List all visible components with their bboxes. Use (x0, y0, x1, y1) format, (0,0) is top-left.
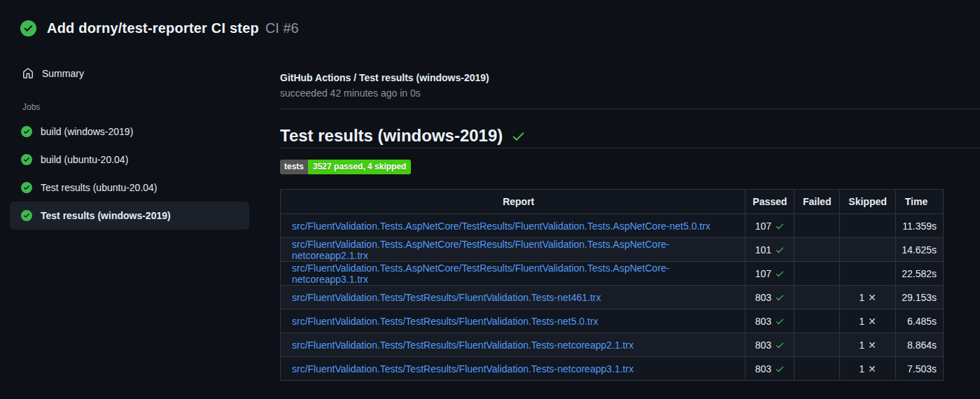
report-file-link[interactable]: src/FluentValidation.Tests.AspNetCore/Te… (292, 262, 670, 285)
tests-badge-label: tests (280, 160, 308, 174)
skipped-count: 1 (859, 363, 864, 374)
tests-badge-value: 3527 passed, 4 skipped (308, 160, 411, 174)
test-results-table: Report Passed Failed Skipped Time src/Fl… (280, 189, 944, 381)
check-circle-icon (21, 182, 32, 193)
report-file-link[interactable]: src/FluentValidation.Tests/TestResults/F… (292, 363, 634, 374)
time-cell: 7.503s (896, 357, 944, 381)
check-run-status-line: succeeded 42 minutes ago in 0s (280, 88, 489, 99)
check-circle-icon (21, 154, 32, 165)
heading-divider (280, 148, 980, 148)
run-number: CI #6 (265, 20, 299, 36)
report-cell: src/FluentValidation.Tests.AspNetCore/Te… (281, 262, 746, 286)
sidebar-job-item-1[interactable]: build (ubuntu-20.04) (10, 146, 249, 174)
pass-check-icon (775, 340, 785, 350)
failed-cell (794, 214, 840, 238)
failed-cell (794, 333, 840, 357)
passed-cell: 107 (746, 262, 794, 286)
time-cell: 22.582s (896, 262, 944, 286)
report-file-link[interactable]: src/FluentValidation.Tests.AspNetCore/Te… (292, 220, 710, 232)
time-cell: 6.485s (896, 309, 944, 333)
skip-x-icon: ✕ (868, 363, 876, 374)
passed-count: 803 (755, 340, 771, 351)
report-cell: src/FluentValidation.Tests/TestResults/F… (281, 309, 746, 333)
table-row: src/FluentValidation.Tests.AspNetCore/Te… (281, 238, 944, 262)
column-header-failed: Failed (794, 190, 840, 214)
passed-count: 803 (755, 292, 771, 303)
check-circle-icon (21, 210, 32, 221)
column-header-skipped: Skipped (840, 190, 896, 214)
passed-count: 803 (755, 316, 771, 327)
sidebar-job-label: build (windows-2019) (41, 126, 133, 137)
passed-cell: 803 (746, 357, 794, 381)
report-file-link[interactable]: src/FluentValidation.Tests/TestResults/F… (292, 292, 601, 303)
time-cell: 14.625s (896, 238, 944, 262)
skipped-cell: 1✕ (840, 357, 896, 381)
report-file-link[interactable]: src/FluentValidation.Tests/TestResults/F… (292, 340, 634, 351)
passed-cell: 803 (746, 333, 794, 357)
table-row: src/FluentValidation.Tests/TestResults/F… (281, 286, 944, 309)
table-row: src/FluentValidation.Tests.AspNetCore/Te… (281, 262, 944, 286)
pass-check-icon (775, 293, 785, 302)
report-heading-text: Test results (windows-2019) (280, 126, 503, 146)
skipped-cell: 1✕ (840, 309, 896, 333)
passed-count: 107 (755, 220, 771, 232)
skipped-cell (840, 262, 896, 286)
sidebar-job-item-2[interactable]: Test results (ubuntu-20.04) (10, 174, 249, 202)
table-header-row: Report Passed Failed Skipped Time (281, 190, 944, 214)
sidebar-job-label: Test results (ubuntu-20.04) (41, 182, 158, 193)
report-file-link[interactable]: src/FluentValidation.Tests.AspNetCore/Te… (292, 239, 670, 261)
run-title: Add dorny/test-reporter CI step (47, 20, 259, 36)
sidebar-jobs-heading: Jobs (22, 102, 249, 112)
skipped-cell (840, 214, 896, 238)
passed-count: 107 (755, 268, 771, 279)
skipped-cell (840, 238, 896, 262)
sidebar-job-item-0[interactable]: build (windows-2019) (10, 118, 249, 146)
header-divider (280, 108, 980, 109)
sidebar-job-item-3[interactable]: Test results (windows-2019) (10, 202, 249, 230)
time-cell: 8.864s (896, 333, 944, 357)
pass-check-icon (775, 364, 785, 374)
passed-cell: 101 (746, 238, 794, 262)
skip-x-icon: ✕ (868, 316, 876, 327)
table-row: src/FluentValidation.Tests.AspNetCore/Te… (281, 214, 944, 238)
passed-count: 101 (755, 244, 771, 255)
check-circle-icon (20, 20, 36, 36)
sidebar-job-label: Test results (windows-2019) (41, 210, 171, 221)
report-heading: Test results (windows-2019) (280, 126, 526, 146)
tests-badge: tests 3527 passed, 4 skipped (280, 160, 411, 174)
skip-x-icon: ✕ (868, 292, 876, 303)
failed-cell (794, 286, 840, 309)
check-circle-icon (21, 126, 32, 137)
report-file-link[interactable]: src/FluentValidation.Tests/TestResults/F… (292, 316, 598, 327)
report-cell: src/FluentValidation.Tests/TestResults/F… (281, 357, 746, 381)
sidebar-item-summary[interactable]: Summary (10, 60, 249, 87)
passed-count: 803 (755, 363, 771, 374)
passed-cell: 107 (746, 214, 794, 238)
check-icon (511, 129, 526, 144)
table-row: src/FluentValidation.Tests/TestResults/F… (281, 357, 944, 381)
time-cell: 29.153s (896, 286, 944, 309)
check-run-header: GitHub Actions / Test results (windows-2… (280, 72, 489, 99)
pass-check-icon (775, 269, 785, 279)
table-row: src/FluentValidation.Tests/TestResults/F… (281, 309, 944, 333)
passed-cell: 803 (746, 286, 794, 309)
skipped-count: 1 (859, 292, 864, 303)
skipped-count: 1 (859, 316, 864, 327)
sidebar: Summary Jobs build (windows-2019)build (… (10, 60, 249, 230)
pass-check-icon (775, 221, 785, 231)
passed-cell: 803 (746, 309, 794, 333)
report-cell: src/FluentValidation.Tests/TestResults/F… (281, 286, 746, 309)
check-run-title: GitHub Actions / Test results (windows-2… (280, 72, 489, 83)
skip-x-icon: ✕ (868, 340, 876, 351)
column-header-passed: Passed (746, 190, 794, 214)
report-cell: src/FluentValidation.Tests.AspNetCore/Te… (281, 214, 746, 238)
sidebar-job-label: build (ubuntu-20.04) (41, 154, 128, 165)
skipped-cell: 1✕ (840, 333, 896, 357)
home-icon (22, 68, 34, 79)
failed-cell (794, 262, 840, 286)
failed-cell (794, 238, 840, 262)
time-cell: 11.359s (896, 214, 944, 238)
sidebar-jobs-list: build (windows-2019)build (ubuntu-20.04)… (10, 118, 249, 230)
report-cell: src/FluentValidation.Tests/TestResults/F… (281, 333, 746, 357)
workflow-run-page: Add dorny/test-reporter CI step CI #6 Su… (0, 0, 980, 399)
